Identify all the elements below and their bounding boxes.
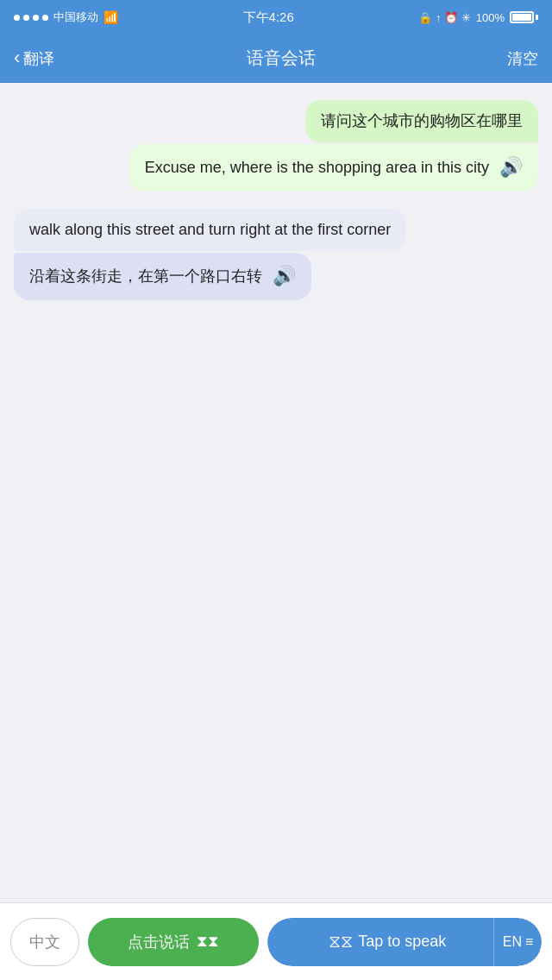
wave-icon: ⧗⧗ xyxy=(197,933,219,951)
battery-icon xyxy=(510,11,538,23)
status-bar: 中国移动 📶 下午4:26 🔒 ↑ ⏰ ✳ 100% xyxy=(0,0,552,35)
speaker-icon-received[interactable]: 🔊 xyxy=(273,263,296,290)
chinese-language-button[interactable]: 中文 xyxy=(10,918,79,966)
lang-code: EN xyxy=(503,934,522,950)
back-label: 翻译 xyxy=(23,48,54,69)
menu-icon: ≡ xyxy=(525,934,533,950)
status-icons: 🔒 ↑ ⏰ ✳ xyxy=(418,11,470,24)
speak-english-button[interactable]: ⧖⧖ Tap to speak xyxy=(267,918,493,966)
battery-percent: 100% xyxy=(476,11,505,24)
sent-message-group: 请问这个城市的购物区在哪里 Excuse me, where is the sh… xyxy=(14,100,538,192)
wave-left-icon: ⧖⧖ xyxy=(329,932,353,952)
chat-area: 请问这个城市的购物区在哪里 Excuse me, where is the sh… xyxy=(0,83,552,902)
nav-bar: ‹ 翻译 语音会话 清空 xyxy=(0,35,552,83)
sent-original-bubble: 请问这个城市的购物区在哪里 xyxy=(305,100,538,142)
speak-chinese-label: 点击说话 xyxy=(128,932,190,952)
status-time: 下午4:26 xyxy=(243,9,294,26)
wifi-icon: 📶 xyxy=(104,10,118,24)
received-original-bubble: walk along this street and turn right at… xyxy=(14,209,406,251)
bottom-bar: 中文 点击说话 ⧗⧗ ⧖⧖ Tap to speak EN ≡ xyxy=(0,902,552,980)
speak-chinese-button[interactable]: 点击说话 ⧗⧗ xyxy=(88,918,259,966)
received-translated-bubble: 沿着这条街走，在第一个路口右转 🔊 xyxy=(14,253,311,300)
received-translated-text: 沿着这条街走，在第一个路口右转 xyxy=(29,266,262,287)
speak-english-label: Tap to speak xyxy=(358,933,446,951)
chinese-label: 中文 xyxy=(29,932,60,952)
sent-translated-bubble: Excuse me, where is the shopping area in… xyxy=(129,144,538,192)
back-button[interactable]: ‹ 翻译 xyxy=(14,48,54,69)
clear-button[interactable]: 清空 xyxy=(507,48,538,69)
sent-original-text: 请问这个城市的购物区在哪里 xyxy=(321,112,523,129)
received-message-group: walk along this street and turn right at… xyxy=(14,209,538,300)
nav-title: 语音会话 xyxy=(247,47,316,70)
back-chevron-icon: ‹ xyxy=(14,47,20,69)
language-selector-button[interactable]: EN ≡ xyxy=(493,918,542,966)
signal-dots xyxy=(14,15,48,21)
carrier-label: 中国移动 xyxy=(53,9,98,25)
english-button-group: ⧖⧖ Tap to speak EN ≡ xyxy=(267,918,542,966)
speaker-icon-sent[interactable]: 🔊 xyxy=(499,154,523,181)
sent-translated-text: Excuse me, where is the shopping area in… xyxy=(145,157,489,179)
received-original-text: walk along this street and turn right at… xyxy=(29,221,391,238)
